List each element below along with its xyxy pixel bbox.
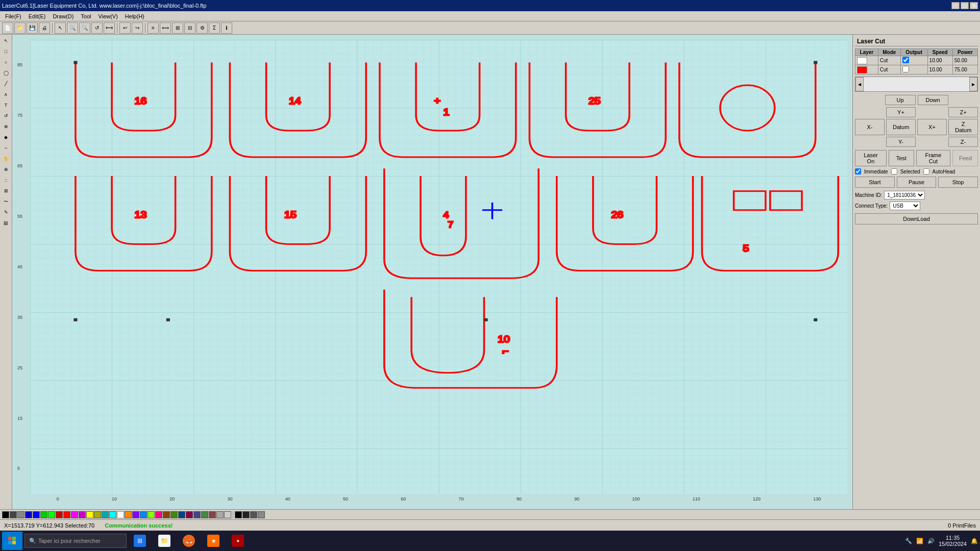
color-swatch-13[interactable] [102,511,109,518]
drawing-area[interactable]: 16 14 + 1 [30,40,847,494]
stop-button[interactable]: Stop [938,177,978,188]
start-button-taskbar[interactable] [2,532,22,550]
toolbar-mirror[interactable]: ⟷ [104,22,115,34]
taskbar-search-box[interactable]: 🔍 Taper ici pour rechercher [24,534,127,548]
color-swatch-0[interactable] [2,511,9,518]
color-swatch-24[interactable] [186,511,193,518]
color-swatch-11[interactable] [86,511,93,518]
close-button[interactable]: ✕ [970,2,978,9]
toolbar-ungroup[interactable]: ⊟ [184,22,195,34]
toolbar-sum[interactable]: Σ [209,22,220,34]
feed-button[interactable]: Feed [952,150,978,166]
tool-zoom[interactable]: ⊕ [1,164,11,174]
test-button[interactable]: Test [889,150,914,166]
tool-cursor[interactable]: ↖ [1,36,11,46]
color-swatch-3[interactable] [25,511,32,518]
toolbar-save[interactable]: 💾 [27,22,38,34]
layer-row-1[interactable]: Cut 10.00 50.00 [855,56,978,65]
menu-view[interactable]: View(V) [95,13,121,20]
layer-row-2[interactable]: Cut 10.00 75.00 [855,65,978,74]
color-swatch-27[interactable] [209,511,216,518]
color-swatch-29[interactable] [224,511,231,518]
toolbar-info[interactable]: ℹ [221,22,232,34]
color-swatch-7[interactable] [56,511,63,518]
tool-layers[interactable]: ▤ [1,218,11,228]
menu-file[interactable]: File(F) [2,13,24,20]
canvas-container[interactable]: 85 75 65 55 45 35 25 15 5 [12,35,852,509]
pause-button[interactable]: Pause [897,177,937,188]
y-minus-button[interactable]: Y- [886,137,916,147]
color-swatch-26[interactable] [201,511,208,518]
machine-id-select[interactable]: 1_18110036 [884,191,925,199]
color-swatch-19[interactable] [148,511,155,518]
taskbar-app-3[interactable]: 🦊 [178,532,200,550]
color-swatch-black-4[interactable] [258,511,265,518]
color-swatch-10[interactable] [79,511,86,518]
toolbar-settings[interactable]: ⚙ [197,22,208,34]
x-plus-button[interactable]: X+ [917,119,947,135]
toolbar-open[interactable]: 📁 [14,22,26,34]
color-swatch-15[interactable] [117,511,124,518]
color-swatch-1[interactable] [10,511,17,518]
autohead-checkbox[interactable] [923,168,929,174]
tool-circle[interactable]: ○ [1,57,11,67]
toolbar-undo[interactable]: ↩ [119,22,131,34]
color-swatch-23[interactable] [178,511,185,518]
menu-tool[interactable]: Tool [78,13,94,20]
toolbar-rotate[interactable]: ↺ [91,22,103,34]
scroll-right-btn[interactable]: ▶ [969,77,977,91]
start-button[interactable]: Start [855,177,895,188]
tool-ellipse[interactable]: ◯ [1,68,11,78]
toolbar-select[interactable]: ↖ [55,22,66,34]
tool-node[interactable]: ◆ [1,132,11,142]
layer-output-check-2[interactable] [902,66,909,72]
color-swatch-black-2[interactable] [242,511,250,518]
color-swatch-6[interactable] [48,511,55,518]
tool-line[interactable]: ╱ [1,79,11,89]
selected-checkbox[interactable] [891,168,897,174]
toolbar-new[interactable]: 📄 [2,22,13,34]
color-swatch-25[interactable] [193,511,201,518]
color-swatch-12[interactable] [94,511,101,518]
x-minus-button[interactable]: X- [855,119,885,135]
taskbar-notifications[interactable]: 🔔 [971,538,978,544]
tool-measure[interactable]: ↔ [1,143,11,153]
scroll-left-btn[interactable]: ◀ [855,77,864,91]
color-swatch-4[interactable] [33,511,40,518]
toolbar-zoom-in[interactable]: 🔍 [67,22,78,34]
maximize-button[interactable]: □ [961,2,969,9]
tool-curve[interactable]: 〜 [1,196,11,207]
taskbar-app-5[interactable]: ✦ [227,532,249,550]
tool-rectangle[interactable]: □ [1,46,11,57]
frame-cut-button[interactable]: Frame Cut [916,150,950,166]
taskbar-app-1[interactable]: ⊞ [129,532,151,550]
minimize-button[interactable]: − [951,2,960,9]
toolbar-group[interactable]: ⊞ [172,22,183,34]
tool-rotate[interactable]: ↺ [1,111,11,121]
scroll-track[interactable] [864,77,969,91]
color-swatch-9[interactable] [71,511,78,518]
layer-output-check-1[interactable] [902,57,909,63]
z-plus-button[interactable]: Z+ [948,107,978,117]
z-minus-button[interactable]: Z- [948,137,978,147]
color-swatch-21[interactable] [163,511,170,518]
tool-edit[interactable]: ✎ [1,207,11,217]
toolbar-zoom-out[interactable]: 🔍 [79,22,90,34]
down-button[interactable]: Down [918,95,948,105]
y-plus-button[interactable]: Y+ [886,107,916,117]
laser-on-button[interactable]: Laser On [855,150,887,166]
toolbar-redo[interactable]: ↪ [132,22,143,34]
color-swatch-18[interactable] [140,511,147,518]
tool-array[interactable]: ⊞ [1,186,11,196]
tool-text[interactable]: T [1,100,11,110]
tool-pan[interactable]: ✋ [1,154,11,164]
color-swatch-28[interactable] [216,511,224,518]
color-swatch-17[interactable] [132,511,139,518]
immediate-checkbox[interactable] [855,168,861,174]
z-datum-button[interactable]: Z Datum [948,119,978,135]
color-swatch-5[interactable] [40,511,47,518]
tool-grid[interactable]: :: [1,175,11,185]
color-swatch-2[interactable] [17,511,24,518]
datum-button[interactable]: Datum [886,119,916,135]
up-button[interactable]: Up [885,95,916,105]
